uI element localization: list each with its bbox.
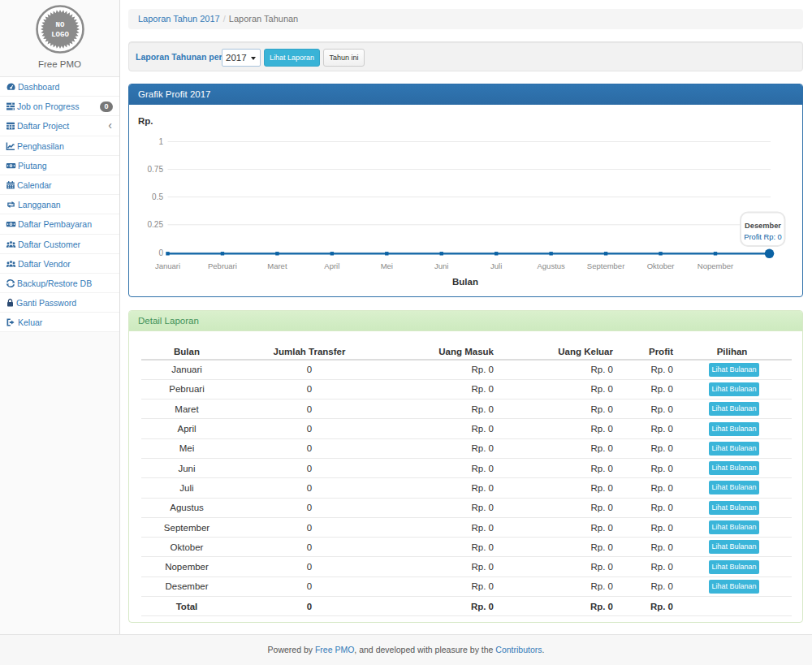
svg-text:September: September xyxy=(587,261,624,270)
svg-text:Juli: Juli xyxy=(490,261,502,270)
svg-text:Pebruari: Pebruari xyxy=(208,261,237,270)
svg-text:Maret: Maret xyxy=(267,261,287,270)
svg-text:Rp.: Rp. xyxy=(138,116,153,126)
svg-text:0.25: 0.25 xyxy=(148,220,164,229)
svg-text:0.5: 0.5 xyxy=(152,192,163,201)
svg-text:Januari: Januari xyxy=(155,261,180,270)
svg-text:Mei: Mei xyxy=(381,261,393,270)
svg-text:NO: NO xyxy=(55,21,64,29)
svg-text:Desember: Desember xyxy=(745,222,781,230)
svg-text:Nopember: Nopember xyxy=(698,261,733,270)
svg-text:LOGO: LOGO xyxy=(51,31,69,39)
svg-text:Bulan: Bulan xyxy=(452,277,478,287)
svg-text:0.75: 0.75 xyxy=(148,165,164,174)
svg-text:April: April xyxy=(324,261,339,270)
svg-text:1: 1 xyxy=(158,137,163,146)
svg-text:Agustus: Agustus xyxy=(537,261,565,270)
svg-text:Juni: Juni xyxy=(434,261,448,270)
svg-text:0: 0 xyxy=(158,248,163,257)
svg-text:Profit Rp: 0: Profit Rp: 0 xyxy=(744,233,782,241)
svg-text:Oktober: Oktober xyxy=(647,261,675,270)
